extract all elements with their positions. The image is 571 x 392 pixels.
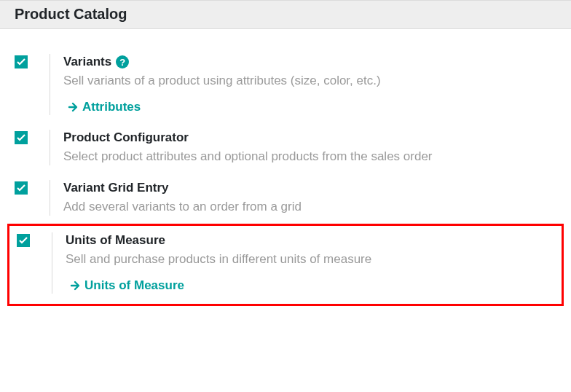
checkbox-variant-grid-entry[interactable]	[15, 181, 28, 195]
divider	[50, 130, 50, 165]
section-header: Product Catalog	[0, 0, 571, 29]
checkbox-col	[15, 180, 50, 195]
check-icon	[17, 58, 25, 66]
arrow-right-icon	[70, 281, 80, 291]
setting-row-product-configurator: Product Configurator Select product attr…	[7, 125, 564, 176]
link-units-of-measure[interactable]: Units of Measure	[66, 278, 184, 293]
check-icon	[19, 237, 28, 244]
link-label: Units of Measure	[84, 278, 184, 293]
section-title: Product Catalog	[15, 6, 556, 23]
setting-description: Sell and purchase products in different …	[66, 251, 554, 268]
setting-title: Variants	[63, 54, 111, 70]
checkbox-col	[17, 232, 52, 247]
setting-title: Units of Measure	[66, 232, 165, 248]
checkbox-col	[15, 54, 50, 68]
setting-content: Variants ? Sell variants of a product us…	[63, 54, 556, 115]
arrow-right-icon	[68, 102, 78, 112]
divider	[50, 54, 50, 115]
setting-description: Sell variants of a product using attribu…	[63, 73, 556, 90]
setting-content: Variant Grid Entry Add several variants …	[63, 180, 556, 216]
checkbox-product-configurator[interactable]	[15, 131, 28, 144]
help-icon[interactable]: ?	[116, 55, 129, 68]
title-line: Variants ?	[63, 54, 556, 70]
setting-row-units-of-measure: Units of Measure Sell and purchase produ…	[7, 224, 564, 306]
setting-description: Add several variants to an order from a …	[63, 199, 556, 216]
setting-row-variants: Variants ? Sell variants of a product us…	[7, 50, 564, 125]
checkbox-variants[interactable]	[15, 55, 28, 68]
setting-title: Variant Grid Entry	[63, 180, 169, 196]
checkbox-col	[15, 130, 50, 144]
divider	[50, 180, 50, 216]
title-line: Units of Measure	[66, 232, 554, 248]
divider	[52, 232, 52, 294]
link-label: Attributes	[82, 100, 141, 114]
setting-content: Product Configurator Select product attr…	[63, 130, 556, 165]
title-line: Variant Grid Entry	[63, 180, 556, 196]
settings-list: Variants ? Sell variants of a product us…	[0, 29, 571, 313]
setting-row-variant-grid-entry: Variant Grid Entry Add several variants …	[7, 176, 564, 226]
check-icon	[17, 184, 25, 192]
checkbox-units-of-measure[interactable]	[17, 234, 30, 247]
setting-title: Product Configurator	[63, 130, 189, 146]
setting-content: Units of Measure Sell and purchase produ…	[66, 232, 554, 294]
link-attributes[interactable]: Attributes	[63, 100, 141, 114]
check-icon	[17, 134, 25, 141]
setting-description: Select product attributes and optional p…	[63, 149, 556, 165]
title-line: Product Configurator	[63, 130, 556, 146]
